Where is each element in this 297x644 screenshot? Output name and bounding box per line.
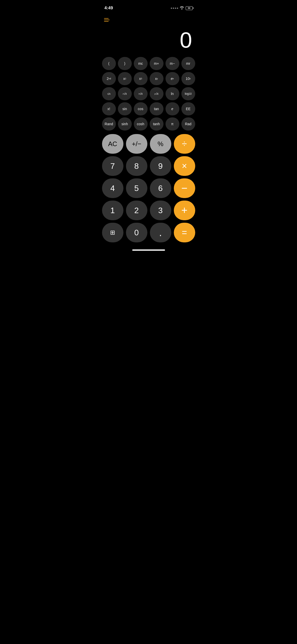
btn-5[interactable]: 5 <box>126 178 147 198</box>
btn-pi[interactable]: π <box>166 117 179 131</box>
battery-icon: 59 <box>186 6 193 10</box>
btn-cosh[interactable]: cosh <box>134 117 148 131</box>
btn-m-minus[interactable]: m− <box>166 57 179 70</box>
btn-equals[interactable]: = <box>174 223 195 242</box>
btn-x-squared[interactable]: x2 <box>118 72 132 85</box>
btn-mr[interactable]: mr <box>181 57 195 70</box>
wifi-icon <box>180 6 184 10</box>
btn-subtract[interactable]: − <box>174 178 195 198</box>
btn-2[interactable]: 2 <box>126 201 147 220</box>
btn-8[interactable]: 8 <box>126 156 147 176</box>
btn-ac[interactable]: AC <box>102 134 123 154</box>
btn-ten-to-x[interactable]: 10x <box>181 72 195 85</box>
btn-tan[interactable]: tan <box>150 102 163 115</box>
btn-decimal[interactable]: . <box>150 223 171 242</box>
display-value: 0 <box>180 27 192 53</box>
btn-ln[interactable]: ln <box>166 87 179 100</box>
btn-9[interactable]: 9 <box>150 156 171 176</box>
btn-sqrty[interactable]: y√x <box>150 87 163 100</box>
status-time: 4:49 <box>105 6 113 11</box>
btn-x-to-y[interactable]: xy <box>150 72 163 85</box>
btn-calc-switch[interactable]: ⊞ <box>102 223 123 242</box>
btn-factorial[interactable]: x! <box>102 102 116 115</box>
menu-button[interactable] <box>100 13 198 22</box>
btn-0[interactable]: 0 <box>126 223 147 242</box>
btn-sinh[interactable]: sinh <box>118 117 132 131</box>
battery-level: 59 <box>188 7 190 9</box>
btn-rad[interactable]: Rad <box>181 117 195 131</box>
main-grid: AC +/− % ÷ 7 8 9 × 4 5 6 − 1 2 3 + ⊞ 0 .… <box>100 132 198 247</box>
calculator-icon: ⊞ <box>110 229 115 236</box>
btn-tanh[interactable]: tanh <box>150 117 163 131</box>
btn-sqrt3[interactable]: 3√x <box>134 87 148 100</box>
btn-log10[interactable]: log10 <box>181 87 195 100</box>
btn-close-paren[interactable]: ) <box>118 57 132 70</box>
status-bar: 4:49 59 <box>100 0 198 13</box>
btn-open-paren[interactable]: ( <box>102 57 116 70</box>
signal-icon <box>171 8 178 9</box>
btn-plusminus[interactable]: +/− <box>126 134 147 154</box>
scientific-grid: ( ) mc m+ m− mr 2nd x2 x3 xy ex 10x 1/x … <box>100 57 198 132</box>
btn-4[interactable]: 4 <box>102 178 123 198</box>
btn-mc[interactable]: mc <box>134 57 148 70</box>
btn-add[interactable]: + <box>174 201 195 220</box>
btn-divide[interactable]: ÷ <box>174 134 195 154</box>
home-indicator <box>132 249 165 251</box>
btn-x-cubed[interactable]: x3 <box>134 72 148 85</box>
btn-reciprocal[interactable]: 1/x <box>102 87 116 100</box>
btn-second[interactable]: 2nd <box>102 72 116 85</box>
btn-ee[interactable]: EE <box>181 102 195 115</box>
calculator-display: 0 <box>100 22 198 57</box>
btn-sqrt2[interactable]: 2√x <box>118 87 132 100</box>
btn-rand[interactable]: Rand <box>102 117 116 131</box>
btn-1[interactable]: 1 <box>102 201 123 220</box>
btn-percent[interactable]: % <box>150 134 171 154</box>
btn-multiply[interactable]: × <box>174 156 195 176</box>
btn-3[interactable]: 3 <box>150 201 171 220</box>
btn-euler[interactable]: e <box>166 102 179 115</box>
btn-6[interactable]: 6 <box>150 178 171 198</box>
status-icons: 59 <box>171 6 193 10</box>
btn-e-to-x[interactable]: ex <box>166 72 179 85</box>
btn-cos[interactable]: cos <box>134 102 148 115</box>
btn-7[interactable]: 7 <box>102 156 123 176</box>
btn-m-plus[interactable]: m+ <box>150 57 163 70</box>
btn-sin[interactable]: sin <box>118 102 132 115</box>
hamburger-icon <box>104 18 110 22</box>
